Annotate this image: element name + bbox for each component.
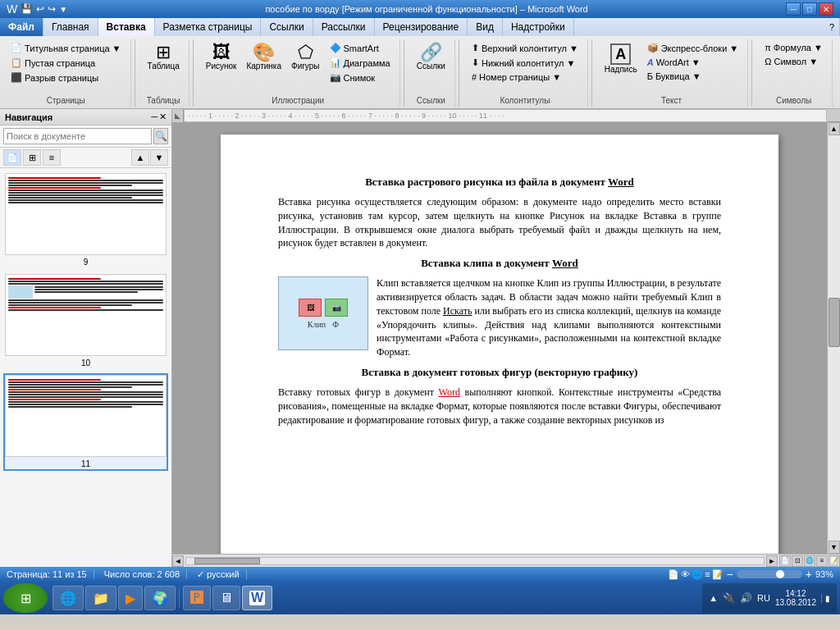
chart-button[interactable]: 📊 Диаграмма <box>326 56 395 70</box>
document-area[interactable]: Вставка растрового рисунка из файла в до… <box>172 122 827 554</box>
hscroll-thumb[interactable] <box>194 558 260 564</box>
view-full-btn[interactable]: ⊡ <box>792 555 803 567</box>
view-web-icon[interactable]: 🌐 <box>692 569 703 580</box>
tab-review[interactable]: Рецензирование <box>375 18 468 36</box>
quick-save[interactable]: 💾 <box>21 3 33 15</box>
dropcap-icon: Б <box>647 71 653 81</box>
picture-button[interactable]: 🖼 Рисунок <box>202 41 241 73</box>
smartart-button[interactable]: 🔷 SmartArt <box>326 41 395 55</box>
maximize-button[interactable]: □ <box>802 2 817 16</box>
zoom-slider[interactable] <box>737 570 802 578</box>
footer-button[interactable]: ⬇ Нижний колонтитул ▼ <box>468 56 582 70</box>
quick-dropdown[interactable]: ▼ <box>59 5 67 14</box>
tab-references[interactable]: Ссылки <box>261 18 313 36</box>
taskbar-word[interactable]: W <box>242 586 272 610</box>
taskbar-sep1 <box>179 588 180 608</box>
tab-file[interactable]: Файл <box>0 18 43 36</box>
zoom-out-icon[interactable]: − <box>727 568 733 581</box>
quick-blocks-button[interactable]: 📦 Экспресс-блоки ▼ <box>643 41 743 55</box>
lang-indicator[interactable]: RU <box>757 593 770 603</box>
tab-insert[interactable]: Вставка <box>98 18 155 36</box>
formula-button[interactable]: π Формула ▼ <box>760 41 827 54</box>
scroll-thumb[interactable] <box>829 298 840 347</box>
status-right: 📄 👁 🌐 ≡ 📝 − + 93% <box>668 568 833 581</box>
nav-scroll-up[interactable]: ▲ <box>131 149 149 166</box>
nav-view-grid[interactable]: ⊞ <box>23 149 41 166</box>
taskbar-media[interactable]: ▶ <box>118 586 143 610</box>
close-button[interactable]: ✕ <box>819 2 833 16</box>
hscroll-right[interactable]: ► <box>766 555 778 567</box>
date-label: 13.08.2012 <box>775 598 816 607</box>
view-print-icon[interactable]: 📄 <box>668 569 679 580</box>
taskbar-server[interactable]: 🖥 <box>212 586 240 610</box>
taskbar-chrome[interactable]: 🌍 <box>144 586 176 610</box>
status-lang[interactable]: ✓ русский <box>197 569 246 580</box>
tab-addons[interactable]: Надстройки <box>503 18 574 36</box>
nav-page-11[interactable]: 11 <box>3 373 168 471</box>
taskbar-explorer[interactable]: 📁 <box>85 586 116 610</box>
tab-layout[interactable]: Разметка страницы <box>155 18 262 36</box>
tray-arrow[interactable]: ▲ <box>709 593 718 603</box>
blank-page-button[interactable]: 📋 Пустая страница <box>7 56 126 70</box>
page-break-button[interactable]: ⬛ Разрыв страницы <box>7 71 126 84</box>
nav-page-num-9: 9 <box>5 257 167 267</box>
scroll-down-arrow[interactable]: ▼ <box>829 541 840 554</box>
nav-close-icon[interactable]: ✕ <box>159 112 167 122</box>
chart-icon: 📊 <box>330 57 341 68</box>
view-read-icon[interactable]: 👁 <box>681 569 690 580</box>
view-print-btn[interactable]: 📄 <box>779 555 791 567</box>
screenshot-button[interactable]: 📷 Снимок <box>326 71 395 84</box>
textbox-label: Надпись <box>605 65 637 74</box>
nav-search-button[interactable]: 🔍 <box>153 128 168 144</box>
nav-page-10[interactable]: 10 <box>3 272 168 370</box>
view-draft-btn[interactable]: 📝 <box>829 555 840 567</box>
scroll-up-arrow[interactable]: ▲ <box>829 122 840 135</box>
taskbar-ie[interactable]: 🌐 <box>52 586 84 610</box>
title-page-button[interactable]: 📄 Титульная страница ▼ <box>7 41 126 55</box>
quick-redo[interactable]: ↪ <box>48 3 56 15</box>
dropcap-button[interactable]: Б Буквица ▼ <box>643 70 743 83</box>
nav-view-pages[interactable]: 📄 <box>3 149 21 166</box>
show-desktop[interactable]: ▮ <box>821 594 830 603</box>
shapes-button[interactable]: ⬠ Фигуры <box>287 41 323 73</box>
sep1 <box>135 39 135 107</box>
zoom-thumb[interactable] <box>776 570 784 578</box>
vertical-scrollbar[interactable]: ▲ ▼ <box>827 122 840 554</box>
tab-mailings[interactable]: Рассылки <box>313 18 375 36</box>
zoom-in-icon[interactable]: + <box>806 568 812 581</box>
view-web-btn[interactable]: 🌐 <box>804 555 815 567</box>
table-button[interactable]: ⊞ Таблица <box>144 41 184 73</box>
taskbar-ppt[interactable]: 🅿 <box>183 586 211 610</box>
wordart-button[interactable]: A WordArt ▼ <box>643 56 743 69</box>
quick-undo[interactable]: ↩ <box>36 3 44 15</box>
ribbon-group-pages: 📄 Титульная страница ▼ 📋 Пустая страница… <box>2 39 131 107</box>
tray-network: 🔌 <box>723 592 735 604</box>
clipart-button[interactable]: 🎨 Картинка <box>242 41 285 73</box>
word-link-1: Word <box>608 176 634 188</box>
hscroll-left[interactable]: ◄ <box>172 555 184 567</box>
page-number-icon: # <box>472 72 477 82</box>
nav-page-9[interactable]: 9 <box>3 171 168 269</box>
page-number-button[interactable]: # Номер страницы ▼ <box>468 71 582 84</box>
hscroll-track[interactable] <box>185 557 765 565</box>
header-button[interactable]: ⬆ Верхний колонтитул ▼ <box>468 41 582 55</box>
symbol-button[interactable]: Ω Символ ▼ <box>760 55 827 68</box>
view-outline-btn[interactable]: ≡ <box>816 555 828 567</box>
tab-view[interactable]: Вид <box>468 18 503 36</box>
doc-heading-3: Вставка в документ готовых фигур (вектор… <box>278 366 721 379</box>
hyperlink-button[interactable]: 🔗 Ссылки <box>413 41 450 73</box>
nav-page-num-10: 10 <box>5 358 167 368</box>
nav-scroll-down[interactable]: ▼ <box>150 149 168 166</box>
nav-resize-icon[interactable]: ─ <box>151 112 158 122</box>
tab-home[interactable]: Главная <box>43 18 98 36</box>
view-draft-icon[interactable]: 📝 <box>712 569 724 580</box>
zoom-control[interactable]: − + 93% <box>727 568 833 581</box>
start-button[interactable]: ⊞ <box>3 583 48 613</box>
nav-search-input[interactable] <box>3 128 152 144</box>
help-button[interactable]: ? <box>824 18 840 36</box>
nav-view-list[interactable]: ≡ <box>43 149 61 166</box>
textbox-button[interactable]: A Надпись <box>600 41 641 76</box>
minimize-button[interactable]: ─ <box>786 2 801 16</box>
view-buttons: 📄 👁 🌐 ≡ 📝 <box>668 569 723 580</box>
view-outline-icon[interactable]: ≡ <box>705 569 710 580</box>
